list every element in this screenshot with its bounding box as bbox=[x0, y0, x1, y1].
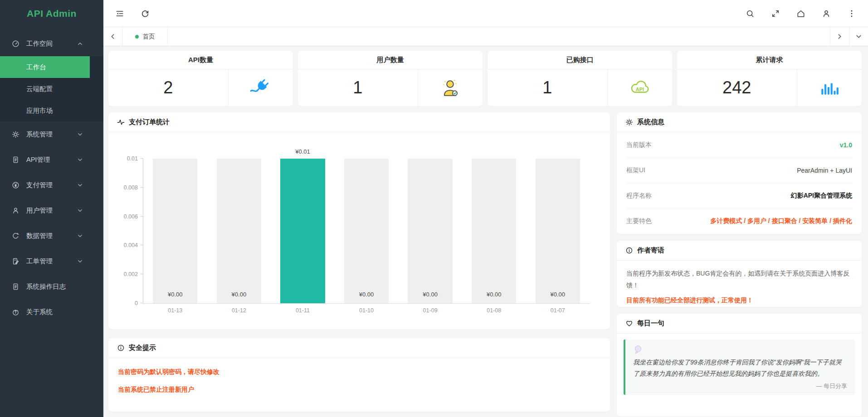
chevron-up-icon bbox=[78, 41, 83, 46]
gear-icon bbox=[625, 118, 633, 126]
yen-circle-icon bbox=[12, 181, 20, 189]
info-row-framework: 框架UI PearAdmin + LayUI bbox=[626, 158, 852, 183]
chart-background-bar bbox=[472, 159, 516, 303]
chevron-down-icon bbox=[78, 233, 83, 238]
sidebar-item-payment-manage[interactable]: 支付管理 bbox=[0, 172, 103, 198]
home-icon[interactable] bbox=[796, 9, 805, 18]
chart-background-bar bbox=[217, 159, 261, 303]
sidebar-item-label: 系统管理 bbox=[26, 130, 53, 139]
y-axis-tick-mark bbox=[141, 274, 143, 274]
panel-title: 系统信息 bbox=[637, 118, 664, 126]
chevron-down-icon bbox=[856, 34, 862, 39]
x-axis-label: 01-13 bbox=[143, 307, 207, 314]
stat-card-value: 2 bbox=[108, 69, 229, 106]
sidebar-item-api-manage[interactable]: API管理 bbox=[0, 147, 103, 172]
sidebar-item-label: 工单管理 bbox=[26, 257, 53, 266]
stat-card-value: 1 bbox=[488, 69, 608, 106]
info-label: 主要特色 bbox=[626, 217, 652, 225]
y-axis-tick-mark bbox=[141, 303, 143, 303]
sidebar-item-label: 应用市场 bbox=[26, 107, 53, 115]
info-label: 当前版本 bbox=[626, 141, 652, 149]
sidebar-item-app-market[interactable]: 应用市场 bbox=[0, 100, 103, 121]
data-sync-icon bbox=[12, 232, 20, 240]
author-note-text: 当前程序为新发布状态，BUG肯定会有的，如遇到请在关于系统页面进入博客反馈！ bbox=[626, 267, 852, 291]
security-tip-line: 当前系统已禁止注册新用户 bbox=[118, 386, 600, 394]
chart-value-label: ¥0.00 bbox=[143, 291, 207, 298]
chart-value-label: ¥0.00 bbox=[207, 291, 271, 298]
chart-value-bar[interactable] bbox=[280, 159, 325, 303]
sidebar-item-about[interactable]: 关于系统 bbox=[0, 299, 103, 325]
fullscreen-icon[interactable] bbox=[771, 9, 780, 18]
sidebar-item-label: 系统操作日志 bbox=[26, 282, 66, 291]
stat-card-user-count: 用户数量 1 bbox=[298, 51, 483, 106]
y-axis-tick-mark bbox=[141, 187, 143, 188]
chart-category-slot: ¥0.0101-11 bbox=[271, 159, 335, 303]
x-axis-label: 01-11 bbox=[271, 307, 335, 314]
stat-card-title: 用户数量 bbox=[298, 51, 483, 69]
x-axis-label: 01-09 bbox=[398, 307, 462, 314]
sidebar-item-user-manage[interactable]: 用户管理 bbox=[0, 198, 103, 223]
sidebar-item-cloud-config[interactable]: 云端配置 bbox=[0, 78, 103, 100]
quote-block: 我坐在窗边给你发了99条消息你终于肯回我了你说"发你妈啊"我一下子就哭了原来努力… bbox=[624, 339, 855, 395]
sidebar-item-label: 数据管理 bbox=[26, 232, 53, 240]
top-header bbox=[103, 0, 868, 27]
daily-quote-panel: 每日一句 我坐在窗边给你发了99条消息你终于肯回我了你说"发你妈啊"我一下子就哭… bbox=[617, 314, 862, 417]
chart-category-slot: ¥0.0001-10 bbox=[335, 159, 399, 303]
chevron-down-icon bbox=[78, 208, 83, 213]
y-axis-tick-label: 0.002 bbox=[124, 271, 138, 277]
y-axis-tick-label: 0.01 bbox=[127, 155, 138, 162]
more-vertical-icon[interactable] bbox=[847, 9, 856, 18]
sidebar-item-ticket-manage[interactable]: 工单管理 bbox=[0, 248, 103, 274]
chart-category-slot: ¥0.0001-07 bbox=[526, 159, 590, 303]
panel-title: 每日一句 bbox=[637, 319, 664, 328]
info-value: v1.0 bbox=[840, 141, 852, 149]
chart-value-label: ¥0.01 bbox=[271, 148, 335, 155]
stat-card-value: 242 bbox=[677, 69, 797, 106]
search-icon[interactable] bbox=[746, 9, 755, 18]
right-column: 系统信息 当前版本 v1.0 框架UI PearAdmin + LayUI 程序… bbox=[617, 112, 862, 417]
chart-value-label: ¥0.00 bbox=[462, 291, 526, 298]
chevron-left-icon bbox=[110, 34, 116, 39]
collapse-sidebar-icon[interactable] bbox=[115, 9, 124, 18]
stat-card-total-requests: 累计请求 242 bbox=[677, 51, 862, 106]
user-icon[interactable] bbox=[822, 9, 831, 18]
chevron-down-icon bbox=[78, 259, 83, 264]
sidebar-item-data-manage[interactable]: 数据管理 bbox=[0, 223, 103, 248]
chart-background-bar bbox=[153, 159, 197, 303]
app-window: API Admin 工作空间 工作台 云端配置 应用市场 系 bbox=[0, 0, 868, 417]
panel-title: 安全提示 bbox=[129, 344, 156, 352]
system-info-panel: 系统信息 当前版本 v1.0 框架UI PearAdmin + LayUI 程序… bbox=[617, 112, 862, 234]
tab-label: 首页 bbox=[143, 33, 155, 41]
cloud-api-icon: API bbox=[629, 78, 650, 98]
chart-category-slot: ¥0.0001-13 bbox=[143, 159, 207, 303]
chart-bars: ¥0.0001-13¥0.0001-12¥0.0101-11¥0.0001-10… bbox=[143, 159, 590, 303]
chart-background-bar bbox=[344, 159, 389, 303]
y-axis-tick-mark bbox=[141, 216, 143, 217]
x-axis-label: 01-08 bbox=[462, 307, 526, 314]
tab-home[interactable]: 首页 bbox=[122, 27, 168, 46]
upload-circle-icon bbox=[12, 308, 20, 316]
stat-card-purchased-api: 已购接口 1 API bbox=[488, 51, 672, 106]
active-tab-dot bbox=[135, 35, 139, 39]
sidebar-item-operation-log[interactable]: 系统操作日志 bbox=[0, 274, 103, 299]
sidebar-item-workspace[interactable]: 工作空间 bbox=[0, 31, 103, 56]
stat-card-title: 累计请求 bbox=[677, 51, 862, 69]
tabs-scroll-left-button[interactable] bbox=[103, 27, 122, 46]
sidebar-item-label: 支付管理 bbox=[26, 181, 53, 189]
stat-card-title: 已购接口 bbox=[488, 51, 672, 69]
document-icon bbox=[12, 156, 20, 164]
log-icon bbox=[12, 283, 20, 291]
sidebar-item-label: 云端配置 bbox=[26, 85, 53, 93]
info-row-features: 主要特色 多计费模式 / 多用户 / 接口聚合 / 安装简单 / 插件化 bbox=[626, 208, 852, 234]
tabs-scroll-right-button[interactable] bbox=[830, 27, 849, 46]
heart-icon bbox=[625, 320, 633, 327]
sidebar-item-label: 用户管理 bbox=[26, 206, 53, 215]
tab-bar-spacer bbox=[168, 27, 830, 46]
sidebar-item-system-manage[interactable]: 系统管理 bbox=[0, 121, 103, 147]
refresh-icon[interactable] bbox=[141, 9, 150, 18]
info-value: 多计费模式 / 多用户 / 接口聚合 / 安装简单 / 插件化 bbox=[710, 217, 852, 225]
person-icon bbox=[12, 207, 20, 214]
sidebar-item-label: 工作空间 bbox=[26, 39, 53, 48]
sidebar-item-workbench[interactable]: 工作台 bbox=[0, 56, 90, 78]
tabs-menu-button[interactable] bbox=[849, 27, 868, 46]
